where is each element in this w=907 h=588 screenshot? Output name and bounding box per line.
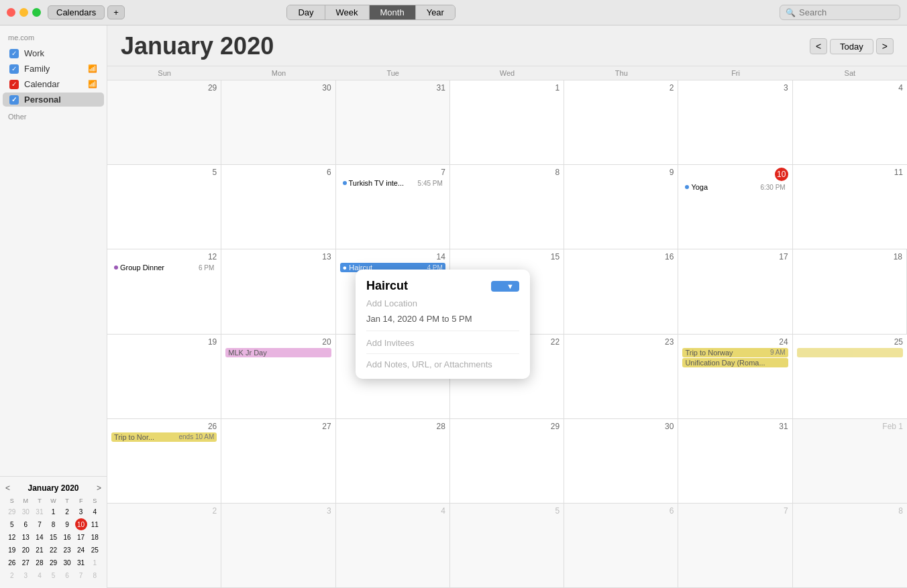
sidebar-item-calendar[interactable]: ✓ Calendar 📶 xyxy=(3,77,104,91)
day-cell[interactable]: 5 xyxy=(450,504,564,587)
mini-day[interactable]: 20 xyxy=(19,544,32,556)
day-cell[interactable]: 31 xyxy=(678,419,792,503)
day-cell[interactable]: 18 xyxy=(793,249,907,333)
day-cell[interactable]: 24 Trip to Norway 9 AM Unification Day (… xyxy=(678,335,792,418)
prev-month-button[interactable]: < xyxy=(810,38,827,54)
tab-day[interactable]: Day xyxy=(287,5,325,19)
mini-day[interactable]: 28 xyxy=(34,556,46,569)
mini-day[interactable]: 15 xyxy=(47,531,59,543)
day-cell[interactable]: 25 xyxy=(793,335,907,418)
day-cell[interactable]: 10 Yoga 6:30 PM xyxy=(678,165,792,249)
day-cell[interactable]: 2 xyxy=(564,80,678,164)
mini-day[interactable]: 1 xyxy=(89,556,101,569)
popover-calendar-button[interactable]: ▼ xyxy=(491,281,519,292)
today-button[interactable]: Today xyxy=(830,39,873,54)
work-checkbox[interactable]: ✓ xyxy=(9,49,19,58)
day-cell[interactable]: 20 MLK Jr Day xyxy=(221,335,335,418)
mini-day[interactable]: 2 xyxy=(6,569,18,581)
event-trip-norway-end[interactable]: Trip to Nor... ends 10 AM xyxy=(111,432,217,442)
calendar-checkbox[interactable]: ✓ xyxy=(9,80,19,89)
day-cell[interactable]: 19 xyxy=(107,335,221,418)
mini-day[interactable]: 29 xyxy=(47,556,59,569)
event-trip-norway[interactable]: Trip to Norway 9 AM xyxy=(682,348,788,357)
day-cell[interactable]: 3 xyxy=(678,80,792,164)
day-cell[interactable]: 30 xyxy=(564,419,678,503)
mini-day[interactable]: 2 xyxy=(61,506,73,518)
event-group-dinner[interactable]: Group Dinner 6 PM xyxy=(111,263,217,272)
mini-day[interactable]: 1 xyxy=(47,506,59,518)
mini-day[interactable]: 8 xyxy=(89,569,101,581)
calendars-button[interactable]: Calendars xyxy=(48,5,105,19)
mini-day[interactable]: 4 xyxy=(34,569,46,581)
day-cell[interactable]: 23 xyxy=(564,335,678,418)
mini-day[interactable]: 4 xyxy=(89,506,101,518)
day-cell[interactable]: 7 Turkish TV inte... 5:45 PM xyxy=(336,165,450,249)
sidebar-item-personal[interactable]: ✓ Personal xyxy=(3,93,104,107)
mini-day[interactable]: 14 xyxy=(34,531,46,543)
day-cell[interactable]: 2 xyxy=(107,504,221,587)
day-cell[interactable]: 13 xyxy=(221,249,335,333)
mini-day[interactable]: 23 xyxy=(61,544,73,556)
popover-invitees[interactable]: Add Invitees xyxy=(366,338,519,354)
day-cell[interactable]: Feb 1 xyxy=(793,419,907,503)
day-cell[interactable]: 12 Group Dinner 6 PM xyxy=(107,249,221,333)
day-cell[interactable]: 5 xyxy=(107,165,221,249)
mini-day[interactable]: 30 xyxy=(19,506,32,518)
day-cell[interactable]: 30 xyxy=(221,80,335,164)
mini-cal-prev[interactable]: < xyxy=(5,483,10,493)
day-cell[interactable]: 17 xyxy=(678,249,792,333)
mini-day[interactable]: 11 xyxy=(89,518,101,530)
event-mlk[interactable]: MLK Jr Day xyxy=(225,348,331,357)
day-cell[interactable]: 7 xyxy=(678,504,792,587)
day-cell[interactable]: 16 xyxy=(564,249,678,333)
mini-day[interactable]: 3 xyxy=(75,506,87,518)
day-cell[interactable]: 29 xyxy=(450,419,564,503)
mini-day[interactable]: 7 xyxy=(34,518,46,530)
maximize-button[interactable] xyxy=(32,8,41,17)
minimize-button[interactable] xyxy=(19,8,28,17)
next-month-button[interactable]: > xyxy=(876,38,894,54)
mini-day-today[interactable]: 10 xyxy=(75,518,87,530)
event-trip-norway-cont[interactable] xyxy=(797,348,903,357)
sidebar-item-family[interactable]: ✓ Family 📶 xyxy=(3,62,104,76)
mini-day[interactable]: 24 xyxy=(75,544,87,556)
day-cell[interactable]: 4 xyxy=(336,504,450,587)
event-unification[interactable]: Unification Day (Roma... xyxy=(682,358,788,367)
mini-day[interactable]: 29 xyxy=(6,506,18,518)
mini-day[interactable]: 17 xyxy=(75,531,87,543)
mini-day[interactable]: 5 xyxy=(6,518,18,530)
personal-checkbox[interactable]: ✓ xyxy=(9,95,19,105)
day-cell[interactable]: 6 xyxy=(221,165,335,249)
mini-day[interactable]: 19 xyxy=(6,544,18,556)
mini-day[interactable]: 21 xyxy=(34,544,46,556)
day-cell[interactable]: 29 xyxy=(107,80,221,164)
day-cell[interactable]: 8 xyxy=(450,165,564,249)
day-cell[interactable]: 1 xyxy=(450,80,564,164)
day-cell[interactable]: 6 xyxy=(564,504,678,587)
tab-year[interactable]: Year xyxy=(416,5,455,19)
tab-week[interactable]: Week xyxy=(325,5,370,19)
day-cell[interactable]: 9 xyxy=(564,165,678,249)
mini-day[interactable]: 6 xyxy=(19,518,32,530)
popover-location[interactable]: Add Location xyxy=(366,298,519,308)
tab-month[interactable]: Month xyxy=(370,5,416,19)
day-cell[interactable]: 3 xyxy=(221,504,335,587)
mini-day[interactable]: 13 xyxy=(19,531,32,543)
day-cell[interactable]: 26 Trip to Nor... ends 10 AM xyxy=(107,419,221,503)
popover-notes[interactable]: Add Notes, URL, or Attachments xyxy=(366,359,519,369)
mini-day[interactable]: 31 xyxy=(75,556,87,569)
mini-day[interactable]: 16 xyxy=(61,531,73,543)
day-cell[interactable]: 27 xyxy=(221,419,335,503)
mini-day[interactable]: 6 xyxy=(61,569,73,581)
family-checkbox[interactable]: ✓ xyxy=(9,64,19,74)
mini-day[interactable]: 25 xyxy=(89,544,101,556)
mini-day[interactable]: 31 xyxy=(34,506,46,518)
sidebar-item-work[interactable]: ✓ Work xyxy=(3,46,104,60)
mini-day[interactable]: 18 xyxy=(89,531,101,543)
mini-day[interactable]: 12 xyxy=(6,531,18,543)
day-cell[interactable]: 8 xyxy=(793,504,907,587)
day-cell[interactable]: 28 xyxy=(336,419,450,503)
event-turkish-tv[interactable]: Turkish TV inte... 5:45 PM xyxy=(340,178,445,188)
mini-day[interactable]: 5 xyxy=(47,569,59,581)
event-yoga[interactable]: Yoga 6:30 PM xyxy=(682,182,788,192)
